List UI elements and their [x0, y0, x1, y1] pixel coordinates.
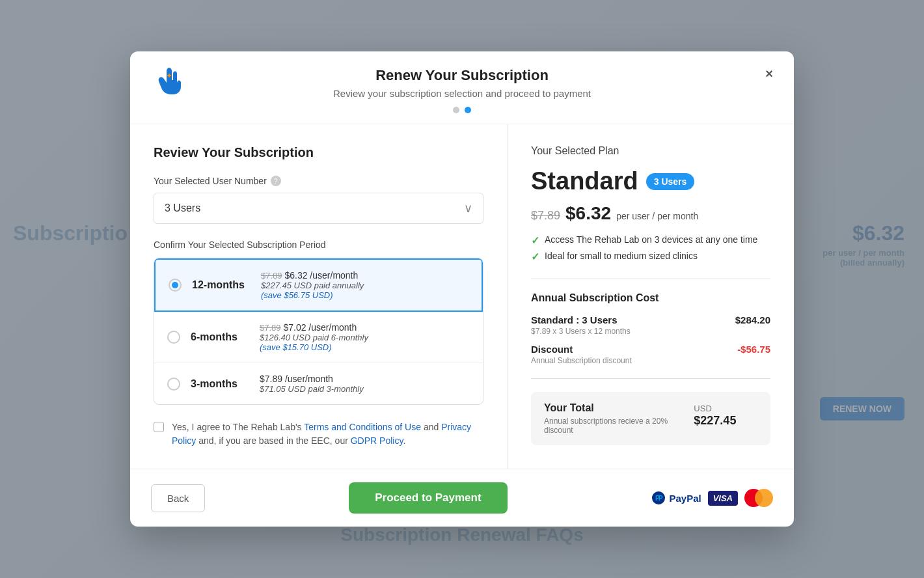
step-dot-2: [465, 107, 471, 113]
paypal-icon: P P PayPal: [651, 490, 701, 506]
plan-name: Standard: [531, 167, 638, 195]
plan-badge: 3 Users: [646, 173, 695, 190]
cost-sublabel-standard: $7.89 x 3 Users x 12 months: [531, 327, 631, 336]
total-currency: USD: [694, 404, 711, 413]
right-panel: Your Selected Plan Standard 3 Users $7.8…: [508, 124, 794, 469]
modal-subtitle: Review your subscription selection and p…: [151, 88, 773, 99]
plan-feature-2: ✓ Ideal for small to medium sized clinic…: [531, 251, 770, 263]
period-savings-6months: (save $15.70 USD): [260, 342, 470, 352]
period-price-3months: $7.89 /user/month: [260, 374, 470, 384]
svg-rect-1: [169, 74, 170, 77]
user-help-icon[interactable]: ?: [271, 176, 281, 186]
plan-old-price: $7.89: [531, 209, 560, 223]
period-field-label: Confirm Your Selected Subscription Perio…: [154, 240, 483, 250]
app-logo: [151, 64, 185, 98]
period-label-6months: 6-months: [191, 331, 249, 343]
period-options-list: 12-months $7.89 $6.32 /user/month $227.4…: [154, 258, 483, 405]
radio-12months: [169, 279, 182, 292]
plan-features-list: ✓ Access The Rehab Lab on 3 devices at a…: [531, 234, 770, 263]
plan-feature-1: ✓ Access The Rehab Lab on 3 devices at a…: [531, 234, 770, 247]
mc-circle-orange: [755, 489, 773, 507]
period-price-12months: $7.89 $6.32 /user/month: [261, 270, 469, 281]
terms-link-gdpr[interactable]: GDPR Policy: [351, 435, 403, 446]
period-option-3months[interactable]: 3-months $7.89 /user/month $71.05 USD pa…: [154, 363, 483, 404]
period-label-3months: 3-months: [191, 378, 249, 390]
cost-row-standard: Standard : 3 Users $7.89 x 3 Users x 12 …: [531, 314, 770, 336]
user-field-label: Your Selected User Number ?: [154, 176, 483, 186]
modal-body: Review Your Subscription Your Selected U…: [130, 124, 794, 469]
user-select-dropdown[interactable]: 3 Users ∨: [154, 193, 483, 224]
paypal-text: PayPal: [669, 493, 701, 504]
close-button[interactable]: ×: [760, 64, 778, 83]
payment-methods: P P PayPal VISA: [651, 489, 773, 507]
total-label: Your Total: [544, 402, 694, 414]
mastercard-icon: [744, 489, 773, 507]
modal-header: Renew Your Subscription Review your subs…: [130, 51, 794, 124]
modal-footer: Back Proceed to Payment P P PayPal VISA: [130, 469, 794, 527]
check-icon-2: ✓: [531, 251, 539, 263]
terms-checkbox[interactable]: [154, 422, 164, 432]
period-total-6months: $126.40 USD paid 6-monthly: [260, 333, 470, 342]
check-icon-1: ✓: [531, 234, 539, 247]
modal-backdrop: Renew Your Subscription Review your subs…: [0, 0, 924, 578]
plan-name-row: Standard 3 Users: [531, 167, 770, 195]
cost-label-discount: Discount: [531, 344, 632, 355]
terms-text: Yes, I agree to The Rehab Lab's Terms an…: [172, 420, 483, 448]
period-savings-12months: (save $56.75 USD): [261, 290, 469, 300]
period-option-12months[interactable]: 12-months $7.89 $6.32 /user/month $227.4…: [154, 258, 483, 312]
modal-container: Renew Your Subscription Review your subs…: [130, 51, 794, 527]
period-details-3months: $7.89 /user/month $71.05 USD paid 3-mont…: [260, 374, 470, 394]
back-button[interactable]: Back: [151, 484, 205, 512]
period-total-3months: $71.05 USD paid 3-monthly: [260, 384, 470, 394]
total-sublabel: Annual subscriptions recieve a 20% disco…: [544, 417, 694, 435]
plan-pricing: $7.89 $6.32 per user / per month: [531, 203, 770, 224]
total-box: Your Total Annual subscriptions recieve …: [531, 392, 770, 445]
divider-1: [531, 279, 770, 279]
period-price-6months: $7.89 $7.02 /user/month: [260, 322, 470, 333]
cost-label-standard: Standard : 3 Users: [531, 314, 631, 325]
total-value: $227.45: [694, 414, 736, 427]
cost-sublabel-discount: Annual Subscription discount: [531, 356, 632, 365]
proceed-to-payment-button[interactable]: Proceed to Payment: [349, 482, 507, 514]
cost-value-discount: -$56.75: [737, 344, 770, 355]
period-details-12months: $7.89 $6.32 /user/month $227.45 USD paid…: [261, 270, 469, 300]
cost-row-discount: Discount Annual Subscription discount -$…: [531, 344, 770, 365]
period-label-12months: 12-months: [192, 279, 251, 291]
left-panel: Review Your Subscription Your Selected U…: [130, 124, 508, 469]
modal-title: Renew Your Subscription: [151, 67, 773, 84]
period-details-6months: $7.89 $7.02 /user/month $126.40 USD paid…: [260, 322, 470, 352]
radio-6months: [167, 331, 180, 344]
plan-price-label: per user / per month: [616, 211, 698, 221]
radio-3months: [167, 378, 180, 391]
review-section-title: Review Your Subscription: [154, 145, 483, 160]
plan-section-title: Your Selected Plan: [531, 145, 770, 157]
user-select-value: 3 Users: [165, 202, 200, 214]
dropdown-arrow-icon: ∨: [464, 201, 472, 215]
plan-new-price: $6.32: [565, 203, 611, 224]
divider-2: [531, 378, 770, 379]
visa-icon: VISA: [708, 491, 738, 506]
cost-value-standard: $284.20: [735, 314, 770, 325]
radio-12months-fill: [172, 282, 178, 288]
modal-step-dots: [151, 107, 773, 113]
step-dot-1: [453, 107, 459, 113]
svg-text:P: P: [659, 495, 663, 502]
terms-link-toc[interactable]: Terms and Conditions of Use: [304, 422, 421, 432]
period-option-6months[interactable]: 6-months $7.89 $7.02 /user/month $126.40…: [154, 312, 483, 363]
period-total-12months: $227.45 USD paid annually: [261, 281, 469, 290]
annual-cost-title: Annual Subscription Cost: [531, 292, 770, 304]
terms-section: Yes, I agree to The Rehab Lab's Terms an…: [154, 420, 483, 448]
